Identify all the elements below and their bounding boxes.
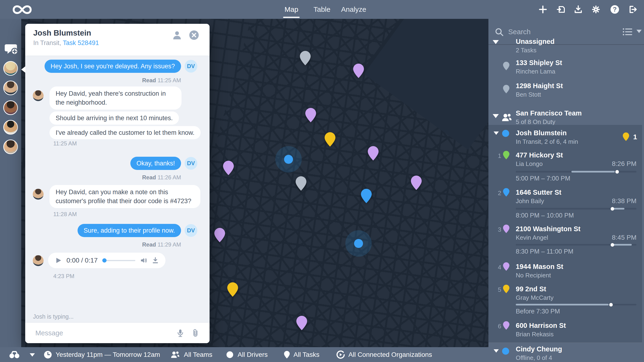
tab-map[interactable]: Map [284, 0, 298, 19]
chat-message-in: I've already called the customer to let … [50, 126, 200, 139]
map-pin-blue[interactable] [361, 189, 372, 203]
team-collapse-caret[interactable] [493, 114, 499, 118]
mic-icon[interactable] [176, 329, 184, 337]
active-tab-underline [283, 17, 300, 18]
task-recipient: Rinchen Lama [516, 68, 555, 75]
map-driver-location[interactable] [275, 146, 302, 172]
read-receipt: Read 11:25 AM [142, 77, 181, 84]
task-window: 5:00 PM – 7:00 PM [516, 175, 570, 182]
driver-badge-pin-yellow [623, 132, 629, 141]
tab-table[interactable]: Table [314, 0, 330, 19]
list-view-icon[interactable] [623, 28, 632, 36]
task-address[interactable]: 477 Hickory St [516, 151, 563, 159]
map-pin-gray[interactable] [300, 51, 311, 65]
close-chat-icon[interactable] [189, 30, 199, 40]
volume-icon[interactable] [140, 257, 147, 264]
new-chat-icon[interactable] [4, 42, 18, 56]
driver-avatar-josh[interactable] [3, 80, 18, 95]
unassigned-collapse-caret[interactable] [493, 40, 499, 44]
task-pin-yellow [503, 285, 510, 293]
sign-out-icon[interactable] [628, 5, 637, 14]
download-audio-icon[interactable] [152, 257, 159, 264]
chat-message-in: Should be arriving in the next 10 minute… [50, 112, 179, 125]
settings-gear-icon[interactable] [591, 5, 601, 14]
tab-analyze[interactable]: Analyze [341, 0, 366, 19]
view-dropdown-caret[interactable] [636, 30, 642, 33]
sender-initials-badge: DV [184, 224, 197, 237]
map-pin-gray[interactable] [296, 176, 306, 191]
map-pin-purple[interactable] [368, 146, 378, 160]
filter-tasks[interactable]: All Tasks [284, 351, 320, 359]
task-address[interactable]: 99 2nd St [516, 285, 546, 293]
task-address[interactable]: 133 Shipley St [516, 59, 562, 67]
map-pin-purple[interactable] [305, 108, 316, 122]
task-address[interactable]: 600 Harrison St [516, 322, 566, 330]
map-pin-purple[interactable] [214, 228, 225, 242]
driver-status-dot [502, 130, 509, 137]
filter-drivers[interactable]: All Drivers [226, 351, 268, 359]
task-address[interactable]: 1646 Sutter St [516, 188, 561, 196]
import-icon[interactable] [556, 5, 566, 14]
task-number: 2 [498, 190, 501, 197]
map-pin-yellow[interactable] [227, 282, 238, 297]
audio-message: 0:00 / 0:17 [48, 253, 166, 268]
driver-profile-icon[interactable] [172, 30, 182, 40]
sender-initials-badge: DV [184, 157, 197, 170]
filter-date-range[interactable]: Yesterday 11pm — Tomorrow 12am [44, 351, 160, 359]
lookout-binoculars-icon[interactable] [9, 351, 20, 359]
map-pin-purple[interactable] [296, 316, 307, 330]
app-logo-infinity-icon[interactable] [11, 4, 34, 16]
task-number: 1 [498, 152, 501, 160]
audio-scrubber[interactable] [102, 260, 135, 261]
search-input[interactable] [508, 26, 610, 38]
driver-avatar-4[interactable] [3, 120, 18, 134]
group-subtitle: 5 of 8 On Duty [516, 118, 555, 126]
driver-collapse-caret[interactable] [494, 132, 499, 135]
task-pin-blue [503, 188, 510, 196]
chat-message-out: Okay, thanks! [130, 157, 181, 170]
timestamp: 11:28 AM [53, 211, 77, 218]
map-pin-yellow[interactable] [324, 132, 336, 146]
message-input[interactable] [35, 327, 167, 339]
export-download-icon[interactable] [574, 5, 583, 14]
task-window: 8:30 PM – 11:00 PM [516, 248, 573, 255]
task-address[interactable]: 1298 Haight St [516, 82, 563, 90]
driver-collapse-caret[interactable] [494, 349, 499, 352]
connected-orgs-icon [336, 351, 345, 359]
task-pin-gray [503, 62, 510, 70]
message-composer [25, 322, 210, 343]
teams-icon [170, 351, 180, 359]
driver-name[interactable]: Cindy Cheung [516, 345, 562, 353]
driver-name[interactable]: Josh Blumstein [516, 129, 567, 137]
help-icon[interactable]: ? [610, 5, 620, 14]
chat-task-link[interactable]: Task 528491 [63, 39, 99, 46]
group-title-unassigned[interactable]: Unassigned [516, 38, 554, 46]
map-pin-purple[interactable] [411, 176, 422, 190]
task-address[interactable]: 1944 Mason St [516, 263, 563, 270]
attachment-icon[interactable] [191, 329, 200, 337]
map-pin-purple[interactable] [223, 161, 234, 175]
driver-avatar-1[interactable] [3, 61, 18, 76]
task-progress-bar [516, 208, 636, 210]
filter-organizations[interactable]: All Connected Organizations [336, 351, 432, 359]
driver-avatar-5[interactable] [3, 140, 18, 154]
typing-indicator: Josh is typing... [33, 313, 74, 320]
lookout-caret[interactable] [30, 353, 35, 356]
group-subtitle: 2 Tasks [516, 47, 536, 54]
task-recipient: Brian Rekasis [516, 331, 554, 338]
driver-avatar-3[interactable] [3, 100, 18, 115]
task-pin-purple [503, 224, 510, 233]
map-pin-purple[interactable] [353, 64, 364, 78]
task-address[interactable]: 2100 Washington St [516, 225, 580, 233]
add-task-icon[interactable] [538, 5, 548, 14]
audio-elapsed: 0:00 / 0:17 [66, 257, 98, 264]
group-title-team[interactable]: San Francisco Team [516, 109, 582, 117]
read-receipt: Read 11:26 AM [142, 174, 181, 181]
filter-teams[interactable]: All Teams [170, 351, 212, 359]
task-sidebar: Unassigned 2 Tasks 133 Shipley St Rinche… [488, 19, 644, 362]
play-icon[interactable] [55, 257, 62, 264]
chat-message-in: Hey David, can you make a note on this c… [50, 185, 200, 208]
chat-subtitle: In Transit, Task 528491 [33, 39, 99, 47]
task-recipient: Ben Stott [516, 91, 541, 98]
map-driver-location[interactable] [345, 230, 372, 257]
